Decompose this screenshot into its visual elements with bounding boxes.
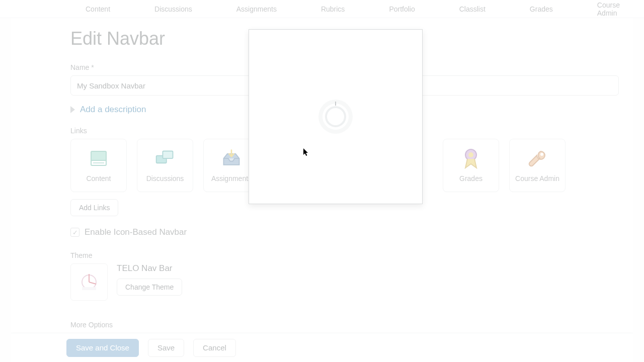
theme-label: Theme <box>70 251 633 259</box>
loading-dialog <box>249 29 423 204</box>
cancel-button[interactable]: Cancel <box>193 339 236 357</box>
footer: Save and Close Save Cancel <box>11 333 633 362</box>
checkbox-checked-icon[interactable]: ✓ <box>70 228 79 237</box>
nav-course-admin[interactable]: Course Admin <box>597 1 620 17</box>
link-tile-course-admin[interactable]: Course Admin <box>509 139 566 192</box>
chevron-right-icon <box>70 106 75 113</box>
theme-thumbnail <box>70 263 108 301</box>
save-button[interactable]: Save <box>148 339 184 357</box>
nav-grades[interactable]: Grades <box>530 5 553 13</box>
link-tile-label: Content <box>86 174 111 183</box>
nav-rubrics[interactable]: Rubrics <box>321 5 345 13</box>
change-theme-button[interactable]: Change Theme <box>117 279 182 296</box>
nav-discussions[interactable]: Discussions <box>154 5 192 13</box>
ribbon-icon <box>460 148 481 169</box>
nav-assignments[interactable]: Assignments <box>236 5 277 13</box>
link-tile-label: Discussions <box>146 174 184 183</box>
theme-name: TELO Nav Bar <box>117 263 182 274</box>
add-links-button[interactable]: Add Links <box>70 199 118 216</box>
save-and-close-button[interactable]: Save and Close <box>66 339 139 357</box>
spinner-icon <box>323 104 349 130</box>
inbox-icon <box>221 148 242 169</box>
wrench-icon <box>527 148 548 169</box>
link-tile-discussions[interactable]: Discussions <box>137 139 193 192</box>
link-tile-label: Course Admin <box>515 174 559 183</box>
link-tile-label: Grades <box>459 174 482 183</box>
nav-content[interactable]: Content <box>86 5 110 13</box>
chat-icon <box>154 148 176 169</box>
svg-rect-9 <box>82 287 96 290</box>
link-tile-content[interactable]: Content <box>70 139 127 192</box>
book-icon <box>88 148 109 169</box>
add-description-label: Add a description <box>80 105 146 115</box>
svg-point-6 <box>468 152 473 157</box>
enable-icon-navbar-label: Enable Icon-Based Navbar <box>85 227 187 237</box>
nav-classlist[interactable]: Classlist <box>459 5 486 13</box>
top-navbar: Content Discussions Assignments Rubrics … <box>0 0 644 18</box>
theme-row: TELO Nav Bar Change Theme <box>70 263 633 301</box>
svg-point-7 <box>540 153 543 156</box>
svg-rect-4 <box>163 151 173 158</box>
enable-icon-navbar-row[interactable]: ✓ Enable Icon-Based Navbar <box>70 227 633 237</box>
more-options-label: More Options <box>70 321 633 329</box>
link-tile-grades[interactable]: Grades <box>443 139 499 192</box>
nav-portfolio[interactable]: Portfolio <box>389 5 415 13</box>
link-tile-label: Assignments <box>211 174 252 183</box>
